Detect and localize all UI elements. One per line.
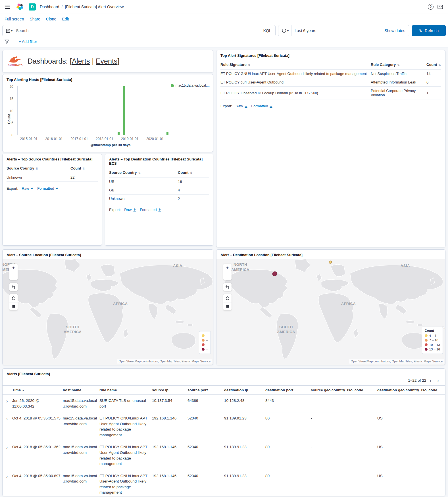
menu-link[interactable]: Edit (62, 17, 69, 21)
cell-destination-geo: US (377, 470, 445, 496)
cell-rule-name: ET POLICY GNU/Linux APT User-Agent Outbo… (99, 470, 152, 496)
sort-icon: ⇅ (36, 167, 38, 170)
expand-row-button[interactable]: › (3, 441, 12, 469)
zoom-out-button[interactable]: − (9, 272, 18, 280)
time-range-value[interactable]: Last 6 years (292, 28, 384, 33)
zoom-in-button[interactable]: + (223, 264, 232, 272)
cell-source-geo: - (311, 441, 377, 469)
elastic-logo[interactable] (15, 2, 25, 12)
show-dates-button[interactable]: Show dates (384, 28, 409, 33)
cell-destination-ip: 10.128.2.48 (224, 395, 265, 412)
column-header-count[interactable]: Count⇅ (70, 166, 98, 170)
column-header-destination-geo[interactable]: destination.geo.country_iso_code (377, 386, 445, 394)
sort-icon: ⇅ (138, 171, 141, 174)
menu-icon[interactable] (4, 4, 11, 10)
search-box: ▾ KQL (2, 25, 276, 36)
hosts-chart-bar[interactable] (118, 132, 120, 135)
events-dashboard-link[interactable]: Events (96, 57, 117, 65)
export-formatted-link[interactable]: Formatted (37, 186, 59, 191)
map-attribution[interactable]: OpenStreetMap contributors, OpenMapTiles… (349, 359, 444, 364)
kibana-dashboard-page: D Dashboard / [Filebeat Suricata] Alert … (0, 0, 448, 497)
column-header-source-ip[interactable]: source.ip (152, 386, 187, 394)
source-location-map[interactable]: NORTH AMERICAASIAAFRICASOUTH AMERICA + − (3, 259, 213, 365)
cell-destination-port: 8443 (265, 395, 311, 412)
polygon-tool-button[interactable] (223, 294, 232, 302)
export-raw-link[interactable]: Raw (236, 104, 248, 108)
column-header-host-name[interactable]: host.name (63, 386, 99, 394)
legend-dot (202, 334, 205, 337)
panel-title: Top Alert Signatures [Filebeat Suricata] (216, 50, 445, 59)
rectangle-tool-button[interactable] (9, 302, 18, 310)
export-raw-link[interactable]: Raw (22, 186, 34, 191)
previous-page-button[interactable]: ‹ (427, 378, 434, 383)
cell-rule-name: ET POLICY GNU/Linux APT User-Agent Outbo… (99, 412, 152, 441)
column-header-source-country[interactable]: Source Country⇅ (7, 166, 70, 170)
map-attribution[interactable]: OpenStreetMap contributors, OpenMapTiles… (117, 359, 212, 364)
cell-rule-name: SURICATA TLS on unusual port (99, 395, 152, 412)
hosts-chart-bar[interactable] (123, 86, 125, 135)
map-legend: – – – (199, 331, 211, 354)
breadcrumb-dashboard[interactable]: Dashboard (40, 5, 59, 9)
panel-title: Alerts – Top Source Countries [Filebeat … (3, 154, 102, 163)
column-header-source-geo[interactable]: source.geo.country_iso_code (311, 386, 377, 394)
hosts-chart-bar[interactable] (166, 132, 168, 135)
column-header-count[interactable]: Count⇅ (426, 62, 441, 67)
rectangle-tool-button[interactable] (223, 302, 232, 310)
destination-location-map[interactable]: NORTH AMERICAASIAAFRICASOUTH AMERICAOCEA… (216, 259, 445, 365)
next-page-button[interactable]: › (435, 378, 441, 383)
column-header-count[interactable]: Count⇅ (178, 170, 209, 175)
map-region-label: ASIA (401, 263, 410, 268)
legend-row: 4 – 7 (425, 333, 440, 338)
expand-row-button[interactable]: › (3, 470, 12, 496)
top-chrome: D Dashboard / [Filebeat Suricata] Alert … (0, 0, 448, 14)
polygon-tool-button[interactable] (9, 294, 18, 302)
help-icon[interactable]: ? (427, 3, 435, 11)
zoom-out-button[interactable]: − (223, 272, 232, 280)
sort-icon: ⇅ (83, 167, 85, 170)
zoom-in-button[interactable]: + (9, 264, 18, 272)
sort-desc-icon: ▼ (22, 389, 24, 392)
cell-destination-geo: US (377, 412, 445, 441)
export-raw-link[interactable]: Raw (124, 208, 136, 212)
mail-icon[interactable] (436, 4, 444, 10)
world-map (3, 259, 213, 365)
y-axis-tick-label: 5 (11, 121, 13, 125)
refresh-button[interactable]: ↻ Refresh (412, 25, 446, 36)
add-filter-button[interactable]: + Add filter (19, 39, 37, 44)
legend-dot (425, 339, 428, 342)
download-icon (133, 208, 136, 212)
column-header-source-port[interactable]: source.port (187, 386, 224, 394)
menu-link[interactable]: Clone (46, 17, 57, 21)
cell-source-ip: 192.168.1.146 (152, 412, 187, 441)
crop-tool-button[interactable] (9, 283, 18, 291)
column-header-rule-name[interactable]: rule.name (99, 386, 152, 394)
column-header-source-country[interactable]: Source Country⇅ (109, 170, 178, 175)
export-formatted-link[interactable]: Formatted (251, 104, 273, 108)
cell-destination-ip: 91.189.91.23 (224, 441, 265, 469)
time-quick-select-icon[interactable]: ▾ (278, 25, 292, 36)
alert-source-location-panel: Alert – Source Location [Filebeat Surica… (2, 249, 213, 365)
menu-link[interactable]: Full screen (5, 17, 24, 21)
column-header-time[interactable]: Time▼ (12, 386, 63, 394)
search-input[interactable] (15, 28, 259, 33)
cell-source-geo: - (311, 395, 377, 412)
column-header-rule-signature[interactable]: Rule Signature⇅ (220, 62, 371, 67)
column-header-destination-port[interactable]: destination.port (265, 386, 311, 394)
map-marker[interactable] (272, 272, 277, 276)
signature-row: ET POLICY Observed IP Lookup Domain (l2 … (220, 87, 441, 99)
expand-row-button[interactable]: › (3, 412, 12, 441)
alerts-dashboard-link[interactable]: Alerts (72, 57, 90, 65)
map-region-label: SOUTH AMERICA (277, 325, 295, 335)
column-header-destination-ip[interactable]: destination.ip (224, 386, 265, 394)
map-legend: Count 4 – 7 7 – 10 (422, 327, 443, 354)
column-header-rule-category[interactable]: Rule Category⇅ (371, 62, 426, 67)
menu-link[interactable]: Share (30, 17, 40, 21)
expand-row-button[interactable]: › (3, 395, 12, 412)
saved-query-icon[interactable]: ▾ (3, 29, 15, 33)
filter-icon[interactable] (5, 39, 9, 44)
signatures-table-body: ET POLICY GNU/Linux APT User-Agent Outbo… (220, 70, 441, 99)
map-marker[interactable] (329, 261, 332, 264)
crop-tool-button[interactable] (223, 283, 232, 291)
kql-language-button[interactable]: KQL (259, 28, 275, 33)
export-formatted-link[interactable]: Formatted (140, 208, 161, 212)
